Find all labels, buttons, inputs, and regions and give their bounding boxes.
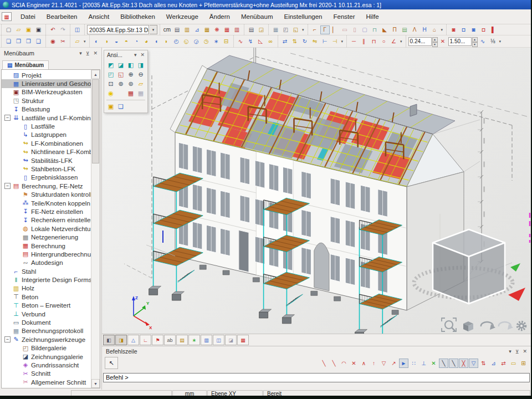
menu-item[interactable]: Ansicht — [83, 11, 115, 22]
tree-item[interactable]: − ↬ Stahlbeton-LFK — [2, 165, 91, 173]
save-icon[interactable]: ▣ — [34, 25, 43, 34]
render-image-disabled-icon[interactable]: ▦ — [136, 89, 146, 98]
project-browser-icon[interactable]: ◫ — [73, 25, 82, 34]
snap-ruler-icon[interactable]: ▭ — [509, 359, 518, 368]
menu-item[interactable]: Bearbeiten — [41, 11, 83, 22]
snap-line-icon[interactable]: ╲ — [319, 359, 329, 368]
zoom-out-icon[interactable]: ⊖ — [136, 70, 146, 79]
tree-item[interactable]: − ▨ Projekt — [2, 71, 91, 79]
dropdown-caret-icon[interactable]: ▾ — [399, 39, 403, 44]
undo-icon[interactable]: ↶ — [48, 25, 58, 34]
open-view-icon[interactable]: ▱ — [136, 79, 146, 89]
opening-icon[interactable]: ▢ — [360, 25, 370, 34]
document-icon[interactable]: ◰ — [281, 25, 290, 34]
open-project-icon[interactable]: ▱ — [14, 25, 23, 34]
rib-icon[interactable]: ⊓ — [370, 25, 380, 34]
panel-pin-icon[interactable]: ⊼ — [86, 50, 90, 56]
menu-item[interactable]: Hilfe — [361, 11, 385, 22]
menu-item[interactable]: Einstellungen — [278, 11, 328, 22]
tree-item[interactable]: − ✂ Schnitt — [2, 370, 91, 378]
snap-percent-icon[interactable]: ▽ — [379, 359, 388, 368]
dropdown-caret-icon[interactable]: ▾ — [301, 28, 305, 32]
cross-link-icon[interactable]: ▌ — [489, 25, 498, 34]
light-icon[interactable]: ◉ — [106, 89, 116, 98]
tree-item[interactable]: − ✂ Allgemeiner Schnitt — [2, 378, 91, 386]
geometry-tool-1-icon[interactable]: ◐ — [92, 37, 101, 46]
member-connect-icon[interactable]: ◙ — [469, 25, 478, 34]
rectangle-icon[interactable]: ⊓ — [369, 37, 378, 46]
calculator-icon[interactable]: ▦ — [271, 25, 280, 34]
view-front-icon[interactable]: ◩ — [106, 60, 116, 70]
tree-item[interactable]: − ⌐ Stahl — [2, 267, 91, 275]
load-panel-icon[interactable]: ▤ — [400, 25, 410, 34]
menu-item[interactable]: Datei — [15, 11, 41, 22]
member-system-icon[interactable]: ∗ — [188, 335, 200, 345]
combo-dropdown-icon[interactable]: ▾ — [150, 25, 157, 34]
dropdown-caret-icon[interactable]: ▾ — [440, 28, 444, 32]
tree-item[interactable]: − ↧ FE-Netz einstellen — [2, 207, 91, 216]
workplane-icon[interactable]: ◺ — [256, 37, 265, 46]
tree-item[interactable]: − ✎ Zeichnungswerkzeuge — [2, 335, 91, 344]
viewport-zoom-icon[interactable] — [442, 318, 456, 331]
tree-item[interactable]: − ▦ Berechnung — [2, 242, 91, 250]
zoom-in-icon[interactable]: ⊕ — [126, 70, 136, 79]
tree-item[interactable]: − ▯ Ergebnisklassen — [2, 173, 91, 182]
view-top-icon[interactable]: ◰ — [106, 70, 116, 79]
selection-cursor-button[interactable]: ↖ — [105, 357, 118, 369]
menu-item[interactable]: Bibliotheken — [115, 11, 161, 22]
tree-item[interactable]: − ⁂ Teile/Knoten koppeln — [2, 199, 91, 207]
wall-icon[interactable]: ▯ — [350, 25, 360, 34]
snap-line-2-icon[interactable]: ╲ — [449, 359, 458, 368]
tree-item[interactable]: − ↬ LF-Kombinationen — [2, 139, 91, 147]
tree-item[interactable]: − ▦ Berechnungsprotokoll — [2, 327, 91, 335]
document-edit-icon[interactable]: ◱ — [291, 25, 300, 34]
panel-menu-icon[interactable]: ▾ — [509, 349, 511, 354]
model-viewport[interactable]: ZXY Ansi... ▾ ✕ ◩◪◧◨◰◱⊕⊖⊡⊛⊚▱◉▦▦ — [102, 48, 531, 334]
tree-item[interactable]: − ▩ Netzgenerierung — [2, 233, 91, 241]
tree-expander-icon[interactable]: − — [4, 183, 11, 189]
menu-item[interactable]: Werkzeuge — [161, 11, 204, 22]
tree-item[interactable]: − ▦ Linienraster und Geschosse — [2, 79, 91, 88]
panel-pin-icon[interactable]: ⊼ — [515, 349, 519, 354]
window-close-icon[interactable]: ❑ — [34, 37, 43, 46]
building-model-3d[interactable]: ZXY — [102, 48, 531, 334]
gallery-icon[interactable]: ▥ — [182, 25, 192, 34]
snap-node-icon[interactable]: ╲ — [439, 359, 448, 368]
zoom-selection-icon[interactable]: ⊚ — [126, 79, 136, 89]
line-icon[interactable]: ─ — [349, 37, 359, 46]
snap-grid-icon[interactable]: ∷ — [409, 359, 418, 368]
render-solid-icon[interactable]: ◧ — [103, 335, 115, 345]
new-project-icon[interactable]: ▢ — [4, 25, 13, 34]
viewport-settings-gear-icon[interactable] — [518, 322, 525, 330]
palette-close-icon[interactable]: ✕ — [140, 52, 145, 58]
scale-value-input[interactable]: 1.50... — [448, 37, 472, 46]
plumb-line-icon[interactable]: △ — [127, 335, 139, 345]
dropdown-caret-icon[interactable]: ▾ — [340, 39, 345, 44]
window-view-icon[interactable]: ❏ — [116, 102, 126, 111]
tree-item[interactable]: − ◈ Grundrissansicht — [2, 361, 91, 369]
curve-tool-icon[interactable]: ∿ — [478, 37, 488, 46]
snap-arc-icon[interactable]: ◠ — [339, 359, 349, 368]
load-display-icon[interactable]: ▥ — [201, 335, 212, 345]
view-back-icon[interactable]: ◪ — [116, 60, 126, 70]
clipboard-view-icon[interactable]: ▣ — [106, 102, 116, 111]
window-tile-icon[interactable]: ❐ — [14, 37, 23, 46]
tree-item[interactable]: − ⚑ Strukturdaten kontrollie — [2, 190, 91, 198]
rotate-icon[interactable]: ↻ — [300, 37, 310, 46]
geometry-tool-3-icon[interactable]: ◒ — [112, 37, 121, 46]
geometry-tool-5-icon[interactable]: ◔ — [132, 37, 141, 46]
node-free-icon[interactable]: ◘ — [459, 25, 468, 34]
truss-icon[interactable]: Λ — [410, 25, 420, 34]
panel-close-icon[interactable]: ✕ — [523, 349, 527, 354]
arbitrary-member-icon[interactable]: Π — [390, 25, 400, 34]
mirror-icon[interactable]: ⇋ — [310, 37, 320, 46]
window-cascade-icon[interactable]: ❏ — [4, 37, 13, 46]
connection-icon[interactable]: Η — [420, 25, 429, 34]
geometry-tool-2-icon[interactable]: ◑ — [102, 37, 111, 46]
zoom-window-icon[interactable]: ⊡ — [106, 79, 116, 89]
member-free-icon[interactable]: ◘ — [479, 25, 488, 34]
snap-off-icon[interactable]: ✕ — [349, 359, 359, 368]
scale-tool-icon[interactable]: ⅛ — [488, 37, 498, 46]
polyline-select-icon[interactable]: ∿ — [236, 37, 245, 46]
tree-item[interactable]: − ◳ Struktur — [2, 96, 91, 105]
